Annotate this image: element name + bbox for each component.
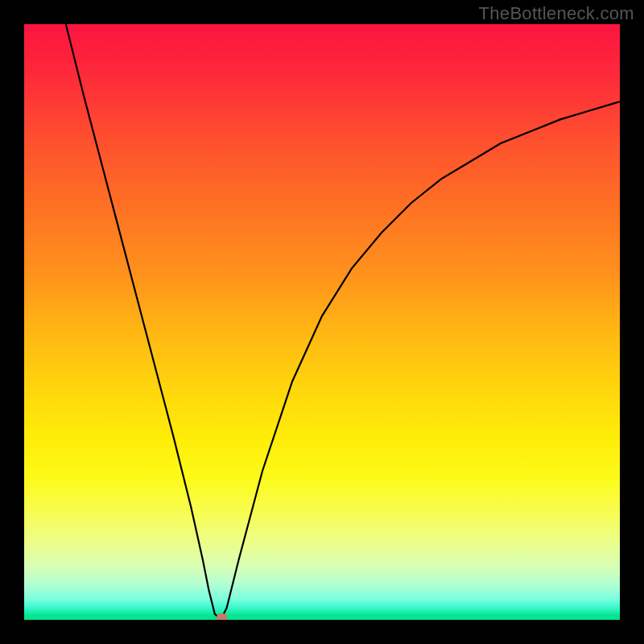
optimum-marker [217, 613, 228, 620]
chart-container: TheBottleneck.com [0, 0, 644, 644]
bottleneck-curve [66, 24, 620, 620]
watermark-text: TheBottleneck.com [479, 3, 634, 24]
plot-area [24, 24, 620, 620]
curve-svg [24, 24, 620, 620]
